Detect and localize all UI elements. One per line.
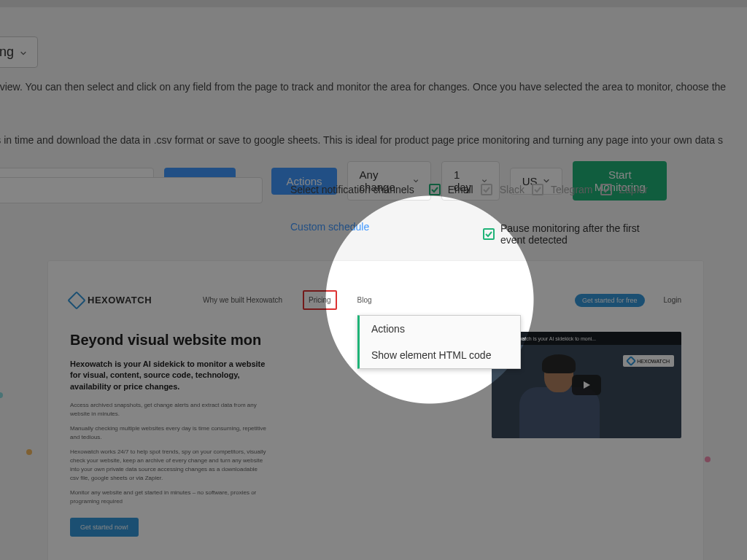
context-menu: Actions Show element HTML code (357, 315, 521, 369)
context-menu-actions[interactable]: Actions (360, 316, 520, 342)
spotlight-overlay (0, 0, 747, 560)
context-menu-show-html[interactable]: Show element HTML code (360, 342, 520, 368)
